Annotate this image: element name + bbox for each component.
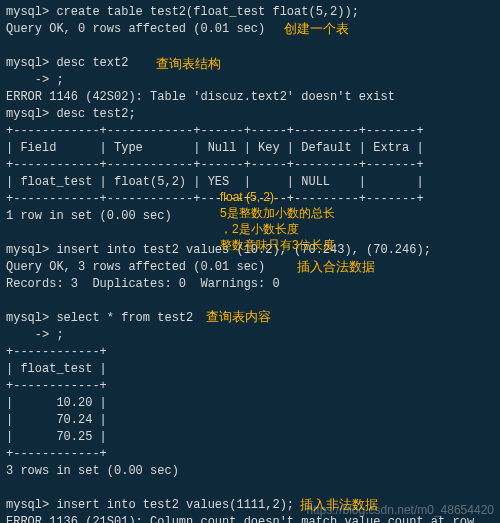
annotation-insert-legal: 插入合法数据	[297, 259, 375, 275]
annotation-select-content: 查询表内容	[206, 309, 271, 325]
annotation-float-note-line4: 整数意味只有3位长度	[220, 237, 335, 253]
mysql-terminal[interactable]: mysql> create table test2(float_test flo…	[0, 0, 500, 523]
annotation-create-table: 创建一个表	[284, 21, 349, 37]
annotation-float-note-line2: 5是整数加小数的总长	[220, 205, 335, 221]
annotation-desc-structure: 查询表结构	[156, 56, 221, 72]
annotation-float-note-line3: ，2是小数长度	[220, 221, 299, 237]
watermark: https://blog.csdn.net/m0_48654420	[307, 502, 494, 519]
annotation-float-note-line1: float (5, 2)	[220, 189, 274, 205]
